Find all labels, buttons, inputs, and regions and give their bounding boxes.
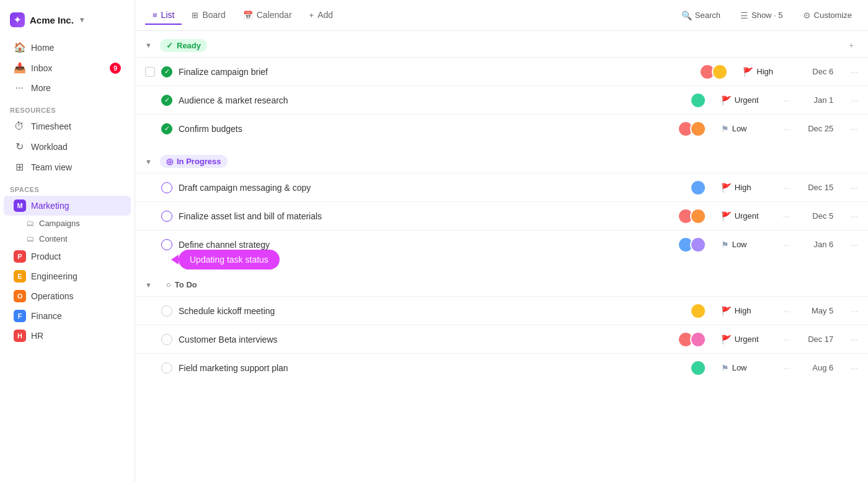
task-meta-t2: 🚩 Urgent ··· Jan 1 ··· — [690, 92, 858, 108]
task-more-t1[interactable]: ··· — [851, 67, 858, 77]
sub-item-content[interactable]: 🗂 Content — [4, 231, 131, 247]
app-logo[interactable]: ✦ Acme Inc. ▾ — [0, 7, 135, 37]
show-button[interactable]: ☰ Show · 5 — [734, 7, 789, 24]
task-status-t1[interactable] — [161, 66, 172, 77]
space-hr[interactable]: H HR — [4, 326, 131, 346]
space-engineering[interactable]: E Engineering — [4, 266, 131, 286]
task-status-t6[interactable] — [161, 239, 172, 250]
section-todo-header: ▼ ○ To Do — [135, 271, 868, 296]
priority-dots-t9[interactable]: ··· — [783, 363, 790, 373]
logo-chevron: ▾ — [80, 15, 84, 24]
search-icon: 🔍 — [681, 11, 692, 20]
avatar — [690, 208, 706, 224]
tab-board[interactable]: ⊞ Board — [184, 6, 232, 25]
space-product[interactable]: P Product — [4, 247, 131, 266]
avatar — [690, 360, 706, 376]
task-status-t7[interactable] — [161, 305, 172, 317]
sidebar-item-timesheet[interactable]: ⏱ Timesheet — [4, 116, 131, 136]
campaigns-label: Campaigns — [39, 219, 80, 228]
content-label: Content — [39, 234, 68, 243]
task-more-t5[interactable]: ··· — [851, 211, 858, 221]
sidebar-item-home[interactable]: 🏠 Home — [4, 37, 131, 58]
board-tab-label: Board — [202, 10, 225, 20]
tab-calendar[interactable]: 📅 Calendar — [236, 6, 299, 25]
sub-item-campaigns[interactable]: 🗂 Campaigns — [4, 216, 131, 231]
inbox-icon: 📥 — [14, 62, 25, 74]
task-more-t7[interactable]: ··· — [851, 306, 858, 316]
list-tab-icon: ≡ — [153, 11, 157, 20]
priority-label: Urgent — [735, 211, 759, 221]
task-name-t2: Audience & market research — [179, 95, 690, 105]
task-status-t3[interactable] — [161, 123, 172, 134]
sidebar-item-more[interactable]: ··· More — [4, 78, 131, 98]
customize-button[interactable]: ⚙ Customize — [797, 7, 858, 24]
task-date-t2: Jan 1 — [802, 95, 833, 105]
sidebar-item-inbox[interactable]: 📥 Inbox 9 — [4, 58, 131, 78]
priority-dots-t7[interactable]: ··· — [783, 306, 790, 316]
sidebar-item-workload[interactable]: ↻ Workload — [4, 136, 131, 157]
priority-flag-icon: 🚩 — [743, 67, 753, 77]
priority-label: Urgent — [735, 95, 759, 105]
board-tab-icon: ⊞ — [192, 11, 198, 20]
avatar — [690, 92, 706, 108]
priority-dots-t8[interactable]: ··· — [783, 335, 790, 344]
avatar — [690, 331, 706, 348]
home-icon: 🏠 — [14, 42, 25, 53]
calendar-tab-label: Calendar — [257, 10, 292, 20]
search-button[interactable]: 🔍 Search — [675, 7, 727, 24]
priority-dots-t3[interactable]: ··· — [783, 124, 790, 134]
nav-right: 🔍 Search ☰ Show · 5 ⚙ Customize — [675, 7, 858, 24]
ready-add-button[interactable]: + — [844, 38, 858, 52]
todo-toggle[interactable]: ▼ — [145, 281, 155, 289]
task-status-t8[interactable] — [161, 334, 172, 345]
avatar — [712, 64, 728, 80]
hr-badge: H — [14, 330, 26, 342]
timesheet-icon: ⏱ — [14, 121, 25, 132]
app-name: Acme Inc. — [30, 15, 74, 25]
task-more-t9[interactable]: ··· — [851, 363, 858, 373]
space-finance[interactable]: F Finance — [4, 306, 131, 326]
task-more-t3[interactable]: ··· — [851, 124, 858, 134]
inbox-badge: 9 — [110, 63, 121, 74]
task-more-t4[interactable]: ··· — [851, 183, 858, 193]
space-marketing[interactable]: M Marketing — [4, 196, 131, 216]
space-marketing-label: Marketing — [31, 201, 69, 211]
task-row: Finalize campaign brief 🚩 High Dec 6 ··· — [135, 57, 868, 85]
task-avatars-t1 — [699, 64, 728, 80]
row-checkbox-t1[interactable] — [145, 67, 155, 77]
priority-dots-t5[interactable]: ··· — [783, 211, 790, 221]
task-avatars-t4 — [690, 180, 706, 196]
task-name-t5: Finalize asset list and bill of material… — [179, 211, 678, 221]
priority-label: Low — [732, 240, 747, 249]
task-meta-t5: 🚩 Urgent ··· Dec 5 ··· — [678, 208, 858, 224]
task-status-t4[interactable] — [161, 182, 172, 193]
sidebar-item-teamview[interactable]: ⊞ Team view — [4, 157, 131, 177]
task-name-t3: Confirm budgets — [179, 124, 678, 134]
task-status-t5[interactable] — [161, 211, 172, 222]
ready-toggle[interactable]: ▼ — [145, 42, 155, 49]
task-row: Confirm budgets ⚑ Low ··· Dec 25 ··· — [135, 114, 868, 142]
calendar-tab-icon: 📅 — [243, 11, 253, 20]
customize-icon: ⚙ — [803, 11, 811, 20]
task-more-t6[interactable]: ··· — [851, 240, 858, 250]
task-date-t4: Dec 15 — [802, 183, 833, 192]
engineering-badge: E — [14, 270, 26, 283]
task-meta-t6: ⚑ Low ··· Jan 6 ··· — [678, 237, 858, 253]
task-row: Draft campaign messaging & copy 🚩 High ·… — [135, 173, 868, 201]
inprogress-toggle[interactable]: ▼ — [145, 158, 155, 165]
task-row: Customer Beta interviews 🚩 Urgent ··· De… — [135, 325, 868, 353]
inprogress-icon: ◎ — [166, 157, 173, 166]
task-more-t2[interactable]: ··· — [851, 95, 858, 105]
task-more-t8[interactable]: ··· — [851, 335, 858, 344]
task-status-t2[interactable] — [161, 95, 172, 106]
task-avatars-t6 — [678, 237, 706, 253]
priority-dots-t2[interactable]: ··· — [783, 95, 790, 105]
task-status-t9[interactable] — [161, 362, 172, 374]
task-meta-t3: ⚑ Low ··· Dec 25 ··· — [678, 121, 858, 137]
priority-dots-t6[interactable]: ··· — [783, 240, 790, 250]
priority-dots-t4[interactable]: ··· — [783, 183, 790, 193]
sidebar-workload-label: Workload — [31, 142, 68, 152]
tab-list[interactable]: ≡ List — [145, 6, 182, 25]
tab-add[interactable]: + Add — [302, 6, 341, 25]
space-operations[interactable]: O Operations — [4, 286, 131, 306]
